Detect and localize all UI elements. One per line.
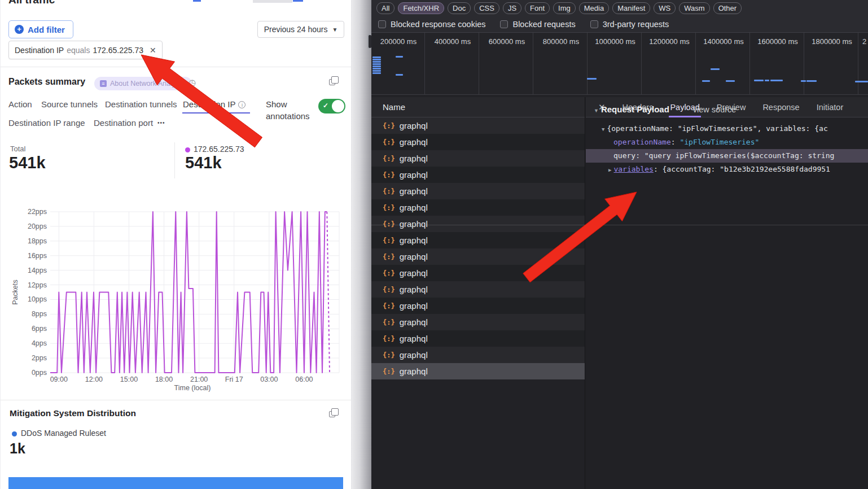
request-row[interactable]: {:}graphql [371, 314, 585, 330]
payload-preview-line[interactable]: ▼{operationName: "ipFlowTimeseries", var… [602, 122, 828, 136]
json-request-icon: {:} [383, 204, 395, 212]
more-tabs-button[interactable]: ••• [157, 120, 165, 126]
time-range-label: Previous 24 hours [264, 25, 328, 34]
filter-pill-other[interactable]: Other [713, 2, 742, 14]
request-row[interactable]: {:}graphql [371, 199, 585, 216]
name-header-label: Name [383, 102, 405, 112]
json-request-icon: {:} [383, 171, 395, 179]
payload-query-line[interactable]: query: "query ipFlowTimeseries($accountT… [586, 149, 868, 163]
request-row[interactable]: {:}graphql [371, 298, 585, 314]
checkbox-icon[interactable] [590, 20, 598, 28]
request-waterfall-mark [372, 61, 381, 63]
filter-pill-fetch-xhr[interactable]: Fetch/XHR [398, 2, 444, 14]
copy-panel-icon[interactable] [329, 411, 335, 417]
copy-panel-icon[interactable] [329, 79, 335, 85]
filter-pill-manifest[interactable]: Manifest [612, 2, 650, 14]
filter-pill-doc[interactable]: Doc [448, 2, 471, 14]
request-waterfall-mark [754, 80, 764, 81]
payload-preview-text: {operationName: "ipFlowTimeseries", vari… [607, 124, 827, 133]
request-row[interactable]: {:}graphql [371, 150, 585, 167]
json-request-icon: {:} [383, 368, 395, 376]
request-name: graphql [400, 334, 428, 343]
packets-timeseries-chart[interactable]: 0pps2pps4pps6pps8pps10pps12pps14pps16pps… [1, 200, 350, 395]
request-name: graphql [400, 285, 428, 294]
network-overview-timeline[interactable]: 200000 ms400000 ms600000 ms800000 ms1000… [371, 33, 868, 95]
filter-chip[interactable]: Destination IP equals 172.65.225.73 ✕ [8, 41, 163, 59]
request-name: graphql [400, 137, 428, 147]
clipped-toolbar-fragment [293, 0, 303, 2]
payload-operation-line: operationName: "ipFlowTimeseries" [613, 136, 759, 149]
request-row[interactable]: {:}graphql [371, 216, 585, 232]
filter-pill-css[interactable]: CSS [474, 2, 499, 14]
request-row[interactable]: {:}graphql [371, 347, 585, 363]
x-tick-label: 12:00 [85, 376, 103, 383]
x-tick-label: 18:00 [155, 376, 173, 383]
analytics-panel: All traffic + Add filter Previous 24 hou… [0, 0, 352, 489]
triangle-down-icon: ▼ [602, 126, 604, 132]
request-name: graphql [400, 121, 428, 130]
request-waterfall-mark [372, 72, 381, 74]
checkbox-icon[interactable] [500, 20, 508, 28]
checkbox-label: Blocked response cookies [391, 20, 485, 29]
filter-pill-font[interactable]: Font [525, 2, 550, 14]
request-row[interactable]: {:}graphql [371, 117, 585, 134]
request-row[interactable]: {:}graphql [371, 232, 585, 248]
checkbox-blocked-response-cookies[interactable]: Blocked response cookies [378, 20, 485, 29]
show-annotations-toggle[interactable]: ✓ [318, 99, 345, 113]
triangle-down-icon: ▼ [594, 108, 599, 113]
payload-value: {accountTag: "b12e3b2192ee5588fdad9951 [663, 165, 830, 173]
request-name: graphql [400, 235, 428, 245]
json-request-icon: {:} [383, 220, 395, 228]
tab-destination-port[interactable]: Destination port [94, 118, 153, 128]
request-waterfall-mark [726, 80, 735, 82]
chart-svg: 0pps2pps4pps6pps8pps10pps12pps14pps16pps… [1, 200, 350, 395]
tab-source-tunnels[interactable]: Source tunnels [41, 99, 98, 109]
details-tab-response[interactable]: Response [762, 97, 799, 117]
request-row[interactable]: {:}graphql [371, 183, 585, 199]
checkbox-3rd-party-requests[interactable]: 3rd-party requests [590, 20, 669, 29]
timeline-grid-line [804, 33, 804, 95]
tab-destination-tunnels[interactable]: Destination tunnels [105, 99, 177, 109]
x-tick-label: 03:00 [260, 376, 278, 383]
checkbox-blocked-requests[interactable]: Blocked requests [500, 20, 575, 29]
request-payload-title[interactable]: ▼Request Payload [594, 104, 669, 114]
remove-filter-icon[interactable]: ✕ [150, 46, 156, 55]
request-row[interactable]: {:}graphql [371, 167, 585, 183]
request-row[interactable]: {:}graphql [371, 265, 585, 281]
request-row[interactable]: {:}graphql [371, 363, 585, 379]
request-name: graphql [400, 170, 428, 180]
timeline-tick-label: 2 [859, 37, 868, 46]
checkbox-icon[interactable] [378, 20, 386, 28]
tab-action[interactable]: Action [8, 99, 32, 109]
filter-pill-all[interactable]: All [376, 2, 394, 14]
x-tick-label: 06:00 [295, 376, 313, 383]
filter-pill-media[interactable]: Media [579, 2, 609, 14]
x-tick-label: 15:00 [120, 376, 138, 383]
x-tick-label: 09:00 [50, 376, 68, 383]
request-row[interactable]: {:}graphql [371, 281, 585, 298]
name-column-header[interactable]: Name [371, 97, 585, 117]
filter-pill-wasm[interactable]: Wasm [679, 2, 709, 14]
payload-sep: : [654, 165, 663, 173]
tab-destination-ip[interactable]: Destination IPi [183, 99, 246, 109]
timeline-grid-line [479, 33, 479, 95]
mitigation-legend-dot [12, 431, 17, 436]
filter-pill-ws[interactable]: WS [654, 2, 676, 14]
json-request-icon: {:} [383, 318, 395, 326]
view-source-link[interactable]: view source [693, 105, 737, 114]
payload-variables-line[interactable]: ▶variables: {accountTag: "b12e3b2192ee55… [608, 163, 830, 176]
tab-destination-ip-range[interactable]: Destination IP range [8, 118, 85, 128]
add-filter-button[interactable]: + Add filter [8, 20, 73, 38]
filter-value: 172.65.225.73 [93, 46, 143, 55]
y-axis-title: Packets [11, 280, 19, 304]
time-range-dropdown[interactable]: Previous 24 hours ▼ [257, 21, 344, 38]
y-tick-label: 20pps [28, 222, 47, 230]
filter-pill-img[interactable]: Img [553, 2, 576, 14]
request-row[interactable]: {:}graphql [371, 330, 585, 347]
request-row[interactable]: {:}graphql [371, 248, 585, 265]
request-row[interactable]: {:}graphql [371, 134, 585, 150]
about-network-analytics-badge[interactable]: ≡ About Network Analytics [94, 77, 192, 90]
series-line [50, 212, 327, 373]
details-tab-initiator[interactable]: Initiator [817, 97, 844, 117]
filter-pill-js[interactable]: JS [503, 2, 521, 14]
